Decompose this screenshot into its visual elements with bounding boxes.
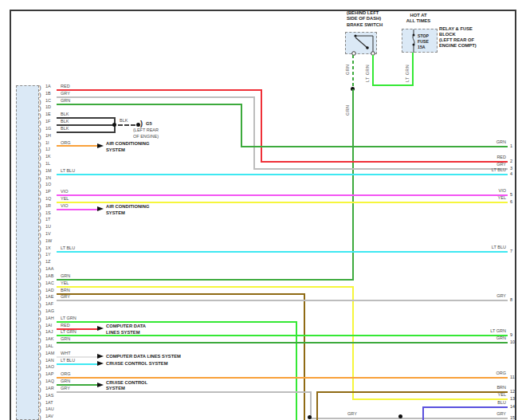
exit-color-2: RED <box>466 155 506 159</box>
wire-label-ltgrn-fuse: LT GRN <box>405 60 410 82</box>
pin-wire-color-1ak: GRN <box>61 336 70 342</box>
wire-1m-ltblu <box>57 174 508 175</box>
pin-wire-color-1ap: ORG <box>61 371 71 377</box>
exit-color-8: GRY <box>466 293 506 298</box>
pin-stub-1o: ) <box>39 183 41 189</box>
pin-wire-color-1q: YEL <box>61 196 69 202</box>
exit-number-3: 3 <box>510 166 512 171</box>
pin-id-1d: 1D <box>45 104 51 110</box>
wire-1i-org <box>57 145 97 147</box>
exit-number-15: 15 <box>510 415 515 420</box>
exit-number-4: 4 <box>510 171 512 176</box>
pin-wire-color-1a: RED <box>61 84 70 89</box>
exit-color-3: GRY <box>466 162 506 167</box>
pin-wire-color-1ae: GRY <box>61 294 70 300</box>
wire-exit14-blu <box>422 406 508 408</box>
branch-arrow-1i <box>97 143 104 148</box>
pin-wire-color-1ac: YEL <box>61 281 69 286</box>
wire-label-grn-lower: GRN <box>345 98 350 116</box>
pin-id-1g: 1G <box>45 126 51 131</box>
pin-wire-color-1m: LT BLU <box>61 168 75 174</box>
pin-wire-color-1aq: GRN <box>61 379 70 384</box>
exit-color-11: ORG <box>466 371 506 375</box>
pin-id-1ab: 1AB <box>45 273 53 279</box>
wire-1x-ltblu <box>57 251 508 253</box>
wire-ltgrn-fuse-v <box>412 53 414 86</box>
branch-label-1r-2: SYSTEM <box>106 210 125 216</box>
exit-color-14: BLU <box>466 400 506 405</box>
wire-1a-red-v <box>261 89 262 163</box>
pin-wire-color-1ai: RED <box>61 323 70 328</box>
exit-number-10: 10 <box>510 340 515 344</box>
pin-id-1av: 1AV <box>45 414 53 419</box>
wire-1ar-gry <box>57 391 312 393</box>
exit-number-7: 7 <box>510 249 512 253</box>
wire-1ak-grn <box>57 342 508 343</box>
wire-1c-grn <box>57 104 242 105</box>
relay-fuse-block-label: RELAY & FUSE BLOCK (LEFT REAR OF ENGINE … <box>439 26 477 49</box>
wire-1an-ltblu <box>57 363 97 365</box>
pin-id-1q: 1Q <box>45 196 51 202</box>
pin-stub-1af: ) <box>39 302 41 308</box>
exit-color-1: GRN <box>466 139 506 144</box>
pin-id-1y: 1Y <box>45 252 51 257</box>
brake-switch-name: BRAKE SWITCH <box>347 22 383 28</box>
hot-line-2: ALL TIMES <box>400 18 437 24</box>
pin-stub-1e: ) <box>39 112 41 119</box>
pin-id-1c: 1C <box>45 98 51 104</box>
exit-color-6: YEL <box>466 195 506 200</box>
pin-id-1z: 1Z <box>45 259 50 265</box>
pin-stub-1y: ) <box>39 253 41 259</box>
pin-stub-1at: ) <box>39 401 41 407</box>
wire-1ad-brn <box>57 293 305 295</box>
brake-switch-location-2: SIDE OF DASH) <box>347 16 383 22</box>
exit-color-15: GRY <box>466 411 506 416</box>
pin-wire-color-1ab: GRN <box>61 273 70 279</box>
pin-stub-1l: ) <box>39 162 41 168</box>
exit-color-5: VIO <box>466 188 506 193</box>
pin-stub-1q: ) <box>39 197 41 203</box>
pin-stub-1au: ) <box>39 407 41 414</box>
pin-stub-1ao: ) <box>39 365 41 371</box>
exit-color-4: LT BLU <box>466 167 506 172</box>
brake-switch-symbol <box>345 32 377 56</box>
pin-id-1af: 1AF <box>45 301 53 307</box>
pin-wire-color-1am: WHT <box>61 351 71 356</box>
branch-arrow-1aq <box>97 383 104 387</box>
wire-brn-bottom-v <box>316 391 318 420</box>
branch-label-1i-1: AIR CONDITIONING <box>106 141 149 147</box>
wire-1a-red <box>57 89 261 91</box>
wire-blk-dashed <box>118 124 135 126</box>
brake-switch-label: (BEHIND LEFT SIDE OF DASH) BRAKE SWITCH <box>347 10 383 28</box>
exit-number-12: 12 <box>510 389 515 394</box>
pin-stub-1v: ) <box>39 232 41 238</box>
ground-id: G5 <box>146 121 152 127</box>
pin-stub-1w: ) <box>39 239 41 245</box>
pin-id-1v: 1V <box>45 231 51 237</box>
pin-id-1at: 1AT <box>45 400 53 406</box>
pin-id-1l: 1L <box>45 161 50 167</box>
wire-blu-bottom-v <box>422 406 424 420</box>
pin-stub-1i: ) <box>39 141 41 147</box>
wire-ltgrn-switch-v <box>372 55 374 86</box>
wire-1p-vio <box>57 194 508 196</box>
pin-id-1ac: 1AC <box>45 281 54 286</box>
pin-stub-1aa: ) <box>39 267 41 273</box>
pin-wire-color-1r: VIO <box>61 203 68 209</box>
terminal-dot-left <box>308 415 312 419</box>
wire-1r-vio <box>57 209 97 210</box>
exit-color-13: YEL <box>466 392 506 397</box>
wire-label-blk: BLK <box>120 118 128 124</box>
pin-stub-1h: ) <box>39 134 41 140</box>
exit-number-1: 1 <box>510 143 512 148</box>
wire-1b-gry <box>57 96 255 98</box>
pin-id-1k: 1K <box>45 154 51 159</box>
pin-stub-1z: ) <box>39 260 41 266</box>
wire-ltgrn-link-h <box>372 84 414 86</box>
pin-stub-1ak: ) <box>39 337 41 343</box>
pin-stub-1u: ) <box>39 225 41 231</box>
pin-id-1u: 1U <box>45 224 51 230</box>
branch-arrow-1ai <box>97 326 104 331</box>
pin-id-1ae: 1AE <box>45 294 53 300</box>
pin-stub-1k: ) <box>39 155 41 161</box>
